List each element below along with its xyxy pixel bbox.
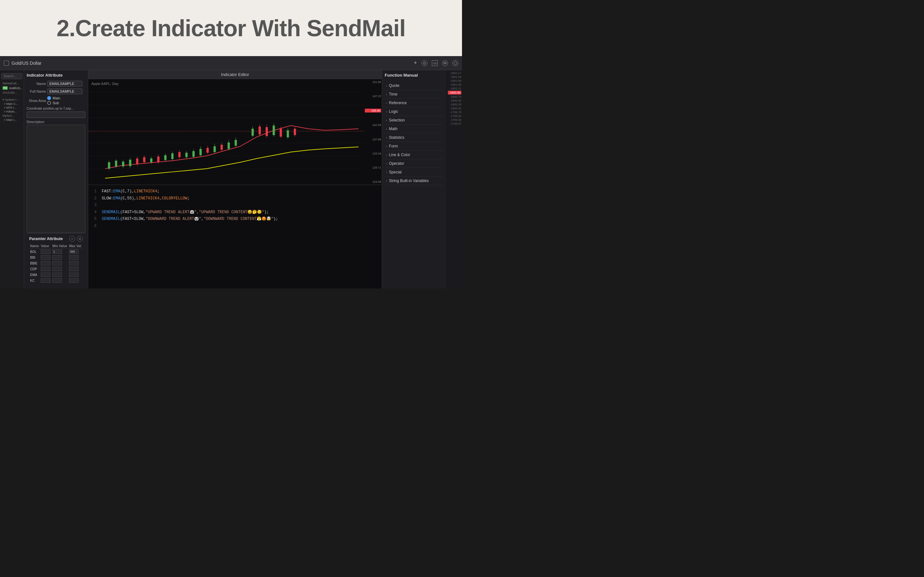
full-name-label: Full Name <box>27 89 46 93</box>
func-label-7: Form <box>389 144 398 148</box>
right-price-6: -1800.99 <box>448 91 461 95</box>
tab-label[interactable]: Gold/US Dollar <box>11 61 41 66</box>
param-value-3[interactable] <box>40 266 51 272</box>
param-min-3[interactable] <box>51 266 68 272</box>
sidebar-group-mt5: > MT5 I... <box>1 106 23 110</box>
col-name: Name <box>29 243 40 249</box>
sidebar-group-system[interactable]: ▾ System I... <box>1 97 23 102</box>
mail-icon[interactable]: ✉ <box>442 60 448 66</box>
func-item-quote[interactable]: ›Quote <box>384 81 443 90</box>
code-line-4: SENDMAIL(FAST>SLOW,"UPWARD TREND ALERT🐼"… <box>102 209 379 216</box>
func-label-9: Operator <box>389 161 404 166</box>
param-min-2[interactable] <box>51 260 68 266</box>
indicator-attr-title: Indicator Attribute <box>27 73 86 77</box>
price-151: 151.85 <box>365 81 381 84</box>
right-price-5: -1801.21 <box>450 87 461 90</box>
right-price-11: -1799.78 <box>450 111 461 114</box>
radio-main[interactable]: Main <box>47 96 60 100</box>
function-manual-title: Function Manual <box>384 73 443 77</box>
top-banner: 2.Create Indicator With SendMail <box>0 0 462 56</box>
right-price-bar: -1802.17 -1801.93 -1801.69 -1801.45 -180… <box>446 70 462 288</box>
settings-icon[interactable]: ⊙ <box>422 60 427 66</box>
param-max-3[interactable] <box>68 266 83 272</box>
func-item-string-built-in-variables[interactable]: ›String Built-in Variables <box>384 177 443 185</box>
code-line-6 <box>102 223 379 230</box>
func-chevron-11: › <box>386 179 387 183</box>
radio-sub-label: Sub <box>53 101 59 105</box>
param-min-1[interactable] <box>51 255 68 260</box>
param-min-4[interactable] <box>51 272 68 277</box>
price-147: 147.22 <box>365 95 381 98</box>
price-128: 128.71 <box>365 166 381 169</box>
func-chevron-7: › <box>386 145 387 148</box>
param-name-5: KC <box>29 277 40 284</box>
code-line-3 <box>102 202 379 209</box>
param-value-5[interactable] <box>40 277 51 284</box>
param-value-0[interactable] <box>40 249 51 255</box>
price-124: 124.08 <box>365 180 381 183</box>
param-value-4[interactable] <box>40 272 51 277</box>
param-max-5[interactable] <box>68 277 83 284</box>
chart-svg <box>88 79 364 185</box>
func-item-time[interactable]: ›Time <box>384 90 443 99</box>
param-min-0[interactable] <box>51 249 68 255</box>
func-item-line-and-color[interactable]: ›Line & Color <box>384 151 443 159</box>
param-max-4[interactable] <box>68 272 83 277</box>
func-item-special[interactable]: ›Special <box>384 168 443 177</box>
func-chevron-5: › <box>386 127 387 131</box>
func-item-selection[interactable]: ›Selection <box>384 116 443 125</box>
param-max-1[interactable] <box>68 255 83 260</box>
param-value-2[interactable] <box>40 260 51 266</box>
func-chevron-2: › <box>386 101 387 105</box>
right-price-10: -1800.02 <box>450 107 461 110</box>
func-chevron-6: › <box>386 136 387 139</box>
func-item-form[interactable]: ›Form <box>384 142 443 151</box>
code-editor[interactable]: 1 2 3 4 5 6 FAST:EMA(C,7),LINETHICK4; SL… <box>88 185 382 288</box>
sidebar-group-myscri[interactable]: MyScri... <box>1 113 23 118</box>
sidebar-item-name: Name|Cod... <box>1 81 23 85</box>
description-area[interactable] <box>27 125 86 234</box>
top-bar: Gold/US Dollar + ⊙ ▭ ✉ ⬡ <box>0 56 462 70</box>
coord-section: Coordinate position,up to 7,sep... <box>27 107 86 118</box>
banner-title: 2.Create Indicator With SendMail <box>57 15 405 41</box>
coord-label: Coordinate position,up to 7,sep... <box>27 107 86 110</box>
func-item-logic[interactable]: ›Logic <box>384 107 443 116</box>
add-button[interactable]: + <box>414 60 417 66</box>
layout-icon[interactable]: ▭ <box>432 60 438 66</box>
show-area-radio-group: Main Sub <box>47 96 60 105</box>
search-input[interactable] <box>1 73 23 79</box>
param-add-button[interactable]: + <box>77 236 83 242</box>
sidebar-gold-label: Gold/US... <box>9 87 23 90</box>
sidebar-item-gold[interactable]: FX Gold/US... <box>1 85 23 90</box>
table-row: BBIE <box>29 260 83 266</box>
radio-main-dot <box>47 96 51 100</box>
price-133: 133.34 <box>365 152 381 155</box>
func-item-reference[interactable]: ›Reference <box>384 99 443 107</box>
name-input[interactable] <box>47 81 82 87</box>
price-axis: 151.85 147.22 145.40 142.59 137.96 133.3… <box>364 79 382 185</box>
func-item-math[interactable]: ›Math <box>384 125 443 133</box>
func-label-0: Quote <box>389 83 399 88</box>
param-remove-button[interactable]: − <box>69 236 75 242</box>
fx-badge: FX <box>3 86 8 90</box>
func-item-statistics[interactable]: ›Statistics <box>384 133 443 142</box>
func-item-operator[interactable]: ›Operator <box>384 159 443 168</box>
right-price-1: -1802.17 <box>450 71 461 75</box>
show-area-row: Show Area Main Sub <box>27 96 86 105</box>
func-chevron-8: › <box>386 153 387 157</box>
param-value-1[interactable] <box>40 255 51 260</box>
param-name-1: BBI <box>29 255 40 260</box>
export-icon[interactable]: ⬡ <box>452 60 458 66</box>
right-price-14: -1799.07 <box>450 122 461 125</box>
param-min-5[interactable] <box>51 277 68 284</box>
func-label-5: Math <box>389 127 397 131</box>
coord-input[interactable] <box>27 111 86 118</box>
param-max-2[interactable] <box>68 260 83 266</box>
radio-sub[interactable]: Sub <box>47 101 60 105</box>
func-chevron-1: › <box>386 93 387 96</box>
full-name-input[interactable] <box>47 89 82 94</box>
right-price-4: -1801.45 <box>450 83 461 86</box>
param-max-0[interactable] <box>68 249 83 255</box>
col-value: Value <box>40 243 51 249</box>
description-label: Description <box>27 120 86 124</box>
